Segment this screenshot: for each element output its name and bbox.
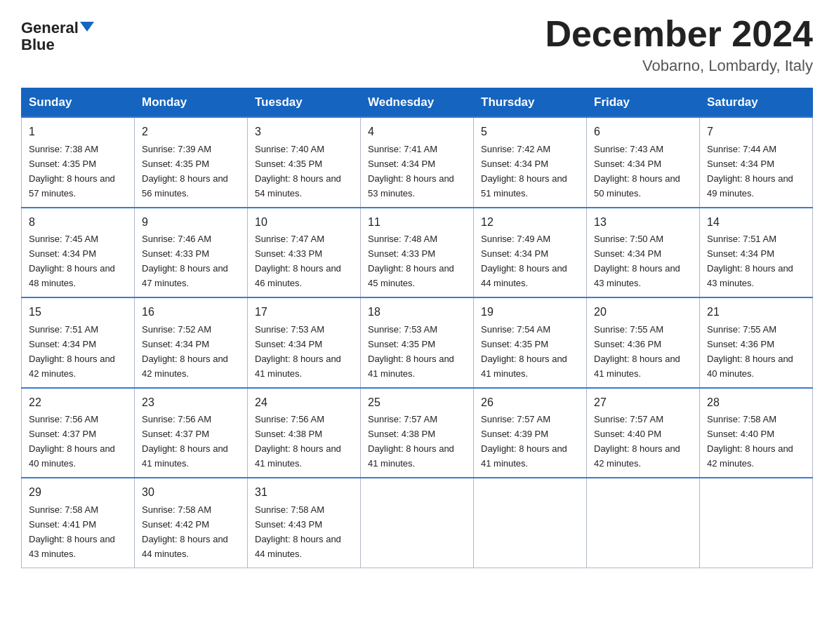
table-row: 25 Sunrise: 7:57 AMSunset: 4:38 PMDaylig… [361,388,474,478]
day-number: 11 [368,214,466,232]
table-row: 21 Sunrise: 7:55 AMSunset: 4:36 PMDaylig… [700,297,813,387]
day-number: 30 [142,484,240,502]
day-info: Sunrise: 7:58 AMSunset: 4:41 PMDaylight:… [29,504,115,559]
day-info: Sunrise: 7:58 AMSunset: 4:40 PMDaylight:… [707,414,793,469]
day-info: Sunrise: 7:38 AMSunset: 4:35 PMDaylight:… [29,144,115,199]
day-number: 2 [142,123,240,141]
day-info: Sunrise: 7:43 AMSunset: 4:34 PMDaylight:… [594,144,680,199]
title-block: December 2024 Vobarno, Lombardy, Italy [545,14,813,75]
day-info: Sunrise: 7:51 AMSunset: 4:34 PMDaylight:… [707,234,793,288]
logo-arrow-icon [80,22,94,32]
table-row: 3 Sunrise: 7:40 AMSunset: 4:35 PMDayligh… [248,117,361,207]
day-number: 23 [142,394,240,412]
day-info: Sunrise: 7:57 AMSunset: 4:40 PMDaylight:… [594,414,680,469]
table-row: 30 Sunrise: 7:58 AMSunset: 4:42 PMDaylig… [135,478,248,568]
day-info: Sunrise: 7:55 AMSunset: 4:36 PMDaylight:… [594,324,680,379]
logo-blue: Blue [21,36,55,53]
day-info: Sunrise: 7:58 AMSunset: 4:42 PMDaylight:… [142,504,228,559]
day-info: Sunrise: 7:49 AMSunset: 4:34 PMDaylight:… [481,234,567,288]
day-number: 12 [481,214,579,232]
day-number: 19 [481,304,579,321]
day-number: 29 [29,484,127,502]
col-friday: Friday [587,88,700,118]
col-monday: Monday [135,88,248,118]
month-title: December 2024 [545,14,813,54]
day-number: 31 [255,484,353,502]
calendar-week-3: 15 Sunrise: 7:51 AMSunset: 4:34 PMDaylig… [22,297,813,387]
day-number: 15 [29,304,127,321]
col-thursday: Thursday [474,88,587,118]
col-wednesday: Wednesday [361,88,474,118]
day-info: Sunrise: 7:56 AMSunset: 4:38 PMDaylight:… [255,414,341,469]
day-info: Sunrise: 7:42 AMSunset: 4:34 PMDaylight:… [481,144,567,199]
col-sunday: Sunday [22,88,135,118]
table-row: 29 Sunrise: 7:58 AMSunset: 4:41 PMDaylig… [22,478,135,568]
day-info: Sunrise: 7:40 AMSunset: 4:35 PMDaylight:… [255,144,341,199]
day-info: Sunrise: 7:46 AMSunset: 4:33 PMDaylight:… [142,234,228,288]
day-number: 10 [255,214,353,232]
day-info: Sunrise: 7:50 AMSunset: 4:34 PMDaylight:… [594,234,680,288]
table-row: 16 Sunrise: 7:52 AMSunset: 4:34 PMDaylig… [135,297,248,387]
table-row: 8 Sunrise: 7:45 AMSunset: 4:34 PMDayligh… [22,208,135,297]
day-info: Sunrise: 7:39 AMSunset: 4:35 PMDaylight:… [142,144,228,199]
location: Vobarno, Lombardy, Italy [545,57,813,75]
day-info: Sunrise: 7:47 AMSunset: 4:33 PMDaylight:… [255,234,341,288]
calendar-week-1: 1 Sunrise: 7:38 AMSunset: 4:35 PMDayligh… [22,117,813,207]
table-row: 13 Sunrise: 7:50 AMSunset: 4:34 PMDaylig… [587,208,700,297]
day-info: Sunrise: 7:51 AMSunset: 4:34 PMDaylight:… [29,324,115,379]
day-number: 9 [142,214,240,232]
table-row: 17 Sunrise: 7:53 AMSunset: 4:34 PMDaylig… [248,297,361,387]
day-number: 13 [594,214,692,232]
day-number: 16 [142,304,240,321]
table-row: 22 Sunrise: 7:56 AMSunset: 4:37 PMDaylig… [22,388,135,478]
day-number: 18 [368,304,466,321]
day-info: Sunrise: 7:53 AMSunset: 4:35 PMDaylight:… [368,324,454,379]
table-row [474,478,587,568]
day-number: 25 [368,394,466,412]
table-row: 4 Sunrise: 7:41 AMSunset: 4:34 PMDayligh… [361,117,474,207]
table-row: 20 Sunrise: 7:55 AMSunset: 4:36 PMDaylig… [587,297,700,387]
day-number: 28 [707,394,805,412]
day-info: Sunrise: 7:48 AMSunset: 4:33 PMDaylight:… [368,234,454,288]
table-row: 31 Sunrise: 7:58 AMSunset: 4:43 PMDaylig… [248,478,361,568]
table-row: 23 Sunrise: 7:56 AMSunset: 4:37 PMDaylig… [135,388,248,478]
day-number: 14 [707,214,805,232]
table-row: 27 Sunrise: 7:57 AMSunset: 4:40 PMDaylig… [587,388,700,478]
table-row: 6 Sunrise: 7:43 AMSunset: 4:34 PMDayligh… [587,117,700,207]
day-info: Sunrise: 7:41 AMSunset: 4:34 PMDaylight:… [368,144,454,199]
day-info: Sunrise: 7:53 AMSunset: 4:34 PMDaylight:… [255,324,341,379]
table-row: 1 Sunrise: 7:38 AMSunset: 4:35 PMDayligh… [22,117,135,207]
table-row: 28 Sunrise: 7:58 AMSunset: 4:40 PMDaylig… [700,388,813,478]
day-number: 21 [707,304,805,321]
day-number: 17 [255,304,353,321]
calendar-header-row: Sunday Monday Tuesday Wednesday Thursday… [22,88,813,118]
col-tuesday: Tuesday [248,88,361,118]
day-info: Sunrise: 7:56 AMSunset: 4:37 PMDaylight:… [142,414,228,469]
day-number: 8 [29,214,127,232]
logo: General Blue [21,20,94,53]
table-row: 7 Sunrise: 7:44 AMSunset: 4:34 PMDayligh… [700,117,813,207]
table-row: 11 Sunrise: 7:48 AMSunset: 4:33 PMDaylig… [361,208,474,297]
day-info: Sunrise: 7:45 AMSunset: 4:34 PMDaylight:… [29,234,115,288]
day-info: Sunrise: 7:56 AMSunset: 4:37 PMDaylight:… [29,414,115,469]
day-info: Sunrise: 7:57 AMSunset: 4:39 PMDaylight:… [481,414,567,469]
calendar-table: Sunday Monday Tuesday Wednesday Thursday… [21,88,813,568]
day-number: 26 [481,394,579,412]
calendar-week-2: 8 Sunrise: 7:45 AMSunset: 4:34 PMDayligh… [22,208,813,297]
logo-general: General [21,20,79,36]
day-number: 6 [594,123,692,141]
table-row [587,478,700,568]
day-number: 4 [368,123,466,141]
day-info: Sunrise: 7:58 AMSunset: 4:43 PMDaylight:… [255,504,341,559]
page-header: General Blue December 2024 Vobarno, Lomb… [21,14,813,75]
day-number: 7 [707,123,805,141]
table-row: 12 Sunrise: 7:49 AMSunset: 4:34 PMDaylig… [474,208,587,297]
table-row: 5 Sunrise: 7:42 AMSunset: 4:34 PMDayligh… [474,117,587,207]
col-saturday: Saturday [700,88,813,118]
day-number: 27 [594,394,692,412]
day-info: Sunrise: 7:54 AMSunset: 4:35 PMDaylight:… [481,324,567,379]
table-row: 24 Sunrise: 7:56 AMSunset: 4:38 PMDaylig… [248,388,361,478]
table-row [700,478,813,568]
table-row: 26 Sunrise: 7:57 AMSunset: 4:39 PMDaylig… [474,388,587,478]
table-row: 15 Sunrise: 7:51 AMSunset: 4:34 PMDaylig… [22,297,135,387]
